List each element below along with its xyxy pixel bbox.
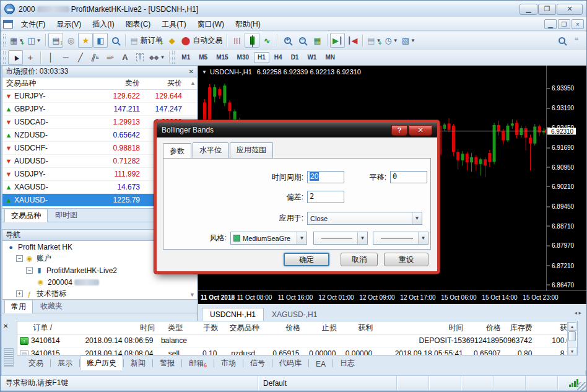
terminal-tab-市场[interactable]: 市场 xyxy=(214,355,243,370)
symbol-dropdown-icon[interactable]: ▼ xyxy=(202,69,207,75)
resize-grip[interactable] xyxy=(577,382,586,391)
menu-显示V[interactable]: 显示(V) xyxy=(51,19,87,30)
zoom-out-icon[interactable]: − xyxy=(295,33,310,48)
templates-icon[interactable]: ▧▼ xyxy=(400,33,417,48)
terminal-tab-EA[interactable]: EA xyxy=(309,357,333,370)
terminal-tab-新闻[interactable]: 新闻 xyxy=(124,355,152,370)
nav-node-200004[interactable]: ◉200004 xyxy=(2,276,197,288)
nav-node-技术指标[interactable]: +ƒ技术指标 xyxy=(2,288,197,300)
market-watch-row-gbpjpy[interactable]: ▲GBPJPY-147.211147.247 xyxy=(2,103,197,116)
terminal-col-7[interactable]: 获利 xyxy=(339,323,376,333)
candlestick-chart-icon[interactable] xyxy=(245,33,259,48)
time-scale[interactable]: 11 Oct 201811 Oct 08:0011 Oct 16:0012 Oc… xyxy=(198,290,587,304)
bar-chart-icon[interactable]: ||| xyxy=(230,33,245,48)
style-color-select[interactable]: MediumSeaGre ▼ xyxy=(230,232,307,245)
text-icon[interactable]: A xyxy=(118,50,133,65)
market-watch-tab-1[interactable]: 即时图 xyxy=(48,208,84,222)
cursor-icon[interactable]: ▲ xyxy=(8,50,23,65)
timeframe-m30[interactable]: M30 xyxy=(233,52,253,63)
terminal-tab-日志[interactable]: 日志 xyxy=(333,355,362,370)
terminal-col-0[interactable]: 订单 / xyxy=(30,323,82,333)
chart-tab-0[interactable]: USDCNH-,H1 xyxy=(202,308,264,321)
reset-button[interactable]: 重设 xyxy=(384,253,428,266)
terminal-col-8[interactable]: 时间 xyxy=(375,323,466,333)
dialog-tab-0[interactable]: 参数 xyxy=(163,143,191,159)
market-watch-icon[interactable]: ▤↕ xyxy=(48,33,63,48)
market-watch-row-eurjpy[interactable]: ▼EURJPY-129.622129.644 xyxy=(2,90,197,103)
horizontal-line-icon[interactable]: ─ xyxy=(58,50,73,65)
terminal-row-0[interactable]: ↑34106142018.09.14 08:06:59balanceDEPOSI… xyxy=(17,334,577,347)
period-input[interactable]: 20 xyxy=(307,171,344,183)
crosshair-icon[interactable]: + xyxy=(23,50,38,65)
chart-tab-1[interactable]: XAGUSD-,H1 xyxy=(264,308,325,321)
scroll-up-icon[interactable]: ▲ xyxy=(568,322,576,331)
terminal-tab-信号[interactable]: 信号 xyxy=(243,355,272,370)
terminal-col-2[interactable]: 类型 xyxy=(157,323,194,333)
scroll-up-icon[interactable]: ▲ xyxy=(190,80,196,86)
scrollbar-thumb[interactable] xyxy=(568,331,576,341)
terminal-icon[interactable]: ◧ xyxy=(93,33,108,48)
terminal-row-1[interactable]: ▤34106152018.09.14 08:08:04sell0.10nzdus… xyxy=(17,347,577,355)
dialog-tab-1[interactable]: 水平位 xyxy=(193,142,228,158)
scroll-down-icon[interactable]: ▼ xyxy=(568,347,576,355)
style-width-select[interactable]: ▼ xyxy=(373,232,428,245)
fibonacci-icon[interactable]: ≡F xyxy=(103,50,118,65)
metaeditor-icon[interactable]: ◆ xyxy=(165,33,180,48)
timeframe-h1[interactable]: H1 xyxy=(254,52,269,63)
style-line-select[interactable]: ▼ xyxy=(313,232,368,245)
indicators-icon[interactable]: ▤+▼ xyxy=(365,33,383,48)
col-symbol[interactable]: 交易品种 xyxy=(2,78,83,89)
new-chart-icon[interactable]: ▦+▼ xyxy=(8,33,25,48)
terminal-col-3[interactable]: 手数 xyxy=(194,323,221,333)
minimize-button[interactable]: ▁ xyxy=(520,4,537,15)
dialog-tab-2[interactable]: 应用范围 xyxy=(230,142,273,158)
profiles-icon[interactable]: ◫▼ xyxy=(25,33,43,48)
collapse-icon[interactable]: − xyxy=(16,255,23,262)
dialog-close-button[interactable]: ✕ xyxy=(409,125,432,136)
timeframe-w1[interactable]: W1 xyxy=(303,52,320,63)
shapes-icon[interactable]: ◆◆▼ xyxy=(147,50,167,65)
market-watch-tab-0[interactable]: 交易品种 xyxy=(4,209,48,222)
dialog-title-bar[interactable]: Bollinger Bands ? ✕ xyxy=(157,123,437,137)
shift-input[interactable]: 0 xyxy=(390,171,427,183)
menu-帮助H[interactable]: 帮助(H) xyxy=(230,19,266,30)
expand-icon[interactable]: + xyxy=(16,290,23,297)
timeframe-h4[interactable]: H4 xyxy=(271,52,286,63)
terminal-col-5[interactable]: 价格 xyxy=(268,323,303,333)
col-ask[interactable]: 买价 xyxy=(140,78,185,89)
new-order-button[interactable]: ▤+新订单 xyxy=(128,33,164,48)
menu-工具T[interactable]: 工具(T) xyxy=(156,19,191,30)
scroll-down-icon[interactable]: ▼ xyxy=(189,292,195,298)
chart-tab-scroll-arrows[interactable]: ◂ ▸ xyxy=(574,310,581,316)
zoom-in-icon[interactable]: + xyxy=(280,33,295,48)
line-chart-icon[interactable]: ∿ xyxy=(259,33,274,48)
terminal-tab-邮箱[interactable]: 邮箱6 xyxy=(182,355,214,370)
periods-icon[interactable]: ◷▼ xyxy=(383,33,400,48)
menu-图表C[interactable]: 图表(C) xyxy=(120,19,157,30)
label-icon[interactable]: T xyxy=(133,50,147,65)
maximize-button[interactable]: ❐ xyxy=(538,4,556,15)
market-watch-close-icon[interactable]: ✕ xyxy=(189,68,194,75)
cancel-button[interactable]: 取消 xyxy=(341,253,378,266)
navigator-tab-1[interactable]: 收藏夹 xyxy=(33,299,69,313)
menu-插入I[interactable]: 插入(I) xyxy=(87,19,120,30)
terminal-drag-grip[interactable] xyxy=(4,348,14,367)
ok-button[interactable]: 确定 xyxy=(284,253,329,266)
terminal-scrollbar[interactable]: ▲ ▼ xyxy=(567,322,576,355)
menu-文件F[interactable]: 文件(F) xyxy=(15,19,51,30)
chat-icon[interactable]: ❝ xyxy=(569,33,584,48)
autotrading-button[interactable]: ⬤自动交易 xyxy=(180,33,225,48)
timeframe-m1[interactable]: M1 xyxy=(178,52,194,63)
collapse-icon[interactable]: − xyxy=(26,267,33,274)
terminal-tab-账户历史[interactable]: 账户历史 xyxy=(80,355,123,370)
terminal-close-icon[interactable]: ✕ xyxy=(3,323,8,329)
timeframe-mn[interactable]: MN xyxy=(321,52,339,63)
terminal-tab-代码库[interactable]: 代码库 xyxy=(272,355,308,370)
menu-窗口W[interactable]: 窗口(W) xyxy=(192,19,230,30)
price-scale[interactable]: 6.939506.931906.924506.916906.909506.902… xyxy=(546,66,587,290)
status-profile[interactable]: Default xyxy=(258,376,397,390)
dialog-help-button[interactable]: ? xyxy=(391,125,407,136)
tile-windows-icon[interactable]: ▦ xyxy=(310,33,324,48)
auto-scroll-icon[interactable]: ▶┃ xyxy=(330,33,345,48)
navigator-tab-0[interactable]: 常用 xyxy=(4,300,33,313)
